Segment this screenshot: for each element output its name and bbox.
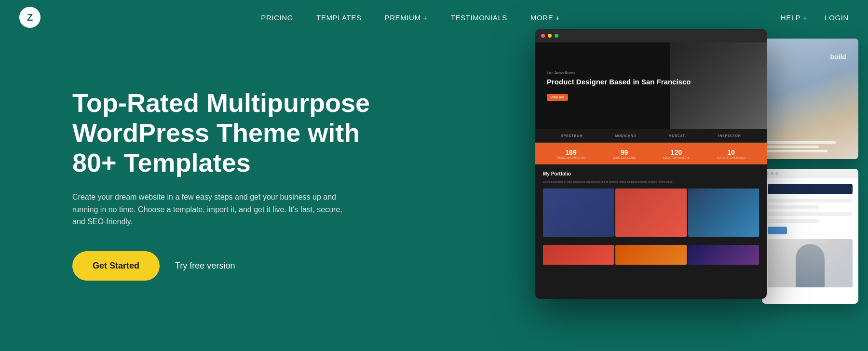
try-free-button[interactable]: Try free version — [175, 261, 235, 271]
nav-login[interactable]: LOGIN — [825, 14, 849, 22]
hero-title: Top-Rated Multipurpose WordPress Theme w… — [72, 88, 410, 177]
hero-section: Top-Rated Multipurpose WordPress Theme w… — [0, 35, 868, 351]
hero-buttons: Get Started Try free version — [72, 251, 410, 281]
nav-testimonials[interactable]: TESTIMONIALS — [451, 14, 507, 22]
hero-text-block: Top-Rated Multipurpose WordPress Theme w… — [72, 73, 410, 281]
get-started-button[interactable]: Get Started — [72, 251, 160, 281]
hero-subtitle: Create your dream website in a few easy … — [72, 191, 352, 228]
nav-links: PRICING TEMPLATES PREMIUM + TESTIMONIALS… — [261, 14, 560, 22]
logo[interactable]: Z — [19, 7, 41, 28]
nav-right-links: HELP + LOGIN — [781, 14, 849, 22]
nav-templates[interactable]: TEMPLATES — [316, 14, 361, 22]
nav-help[interactable]: HELP + — [781, 14, 807, 22]
nav-more[interactable]: MORE + — [530, 14, 560, 22]
nav-premium[interactable]: PREMIUM + — [385, 14, 428, 22]
nav-pricing[interactable]: PRICING — [261, 14, 293, 22]
navigation: Z PRICING TEMPLATES PREMIUM + TESTIMONIA… — [0, 0, 868, 35]
